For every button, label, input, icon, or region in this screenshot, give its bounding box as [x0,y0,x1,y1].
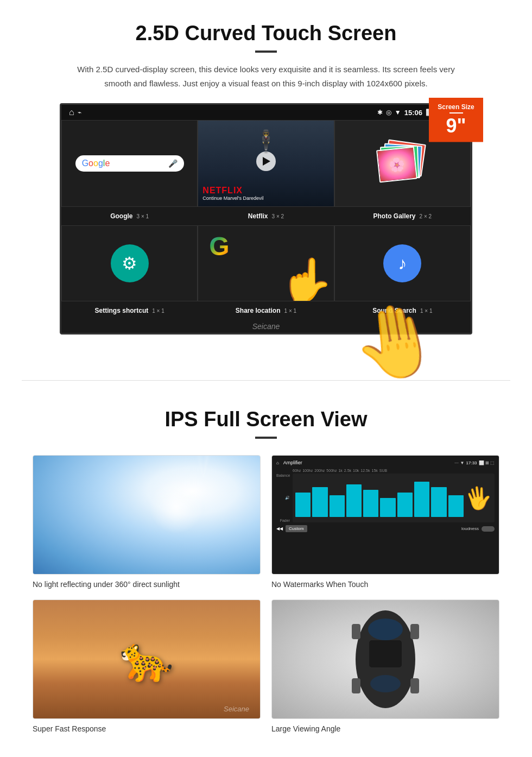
screen-mock: ⌂ ⌁ ✱ ◎ ▼ 15:06 ⬜ 🔊 ⊠ ⬚ [60,103,472,335]
google-label: Google 3 × 1 [61,210,198,222]
signal-icon: ▼ [395,109,401,116]
gear-icon: ⚙ [122,253,137,274]
mic-icon[interactable]: 🎤 [168,159,178,168]
settings-label: Settings shortcut 1 × 1 [61,305,198,317]
svg-rect-2 [369,640,402,667]
toggle-switch[interactable] [482,526,495,532]
sound-search-cell[interactable]: ♪ [334,225,471,301]
app-grid-top: Google 🎤 🕴 [61,120,471,207]
home-icon: ⌂ [69,108,74,117]
ips-item-car: Large Viewing Angle [271,600,499,733]
photo-card-4: 🌸 [376,147,417,183]
netflix-app-cell[interactable]: 🕴 NETFLIX Continue Marvel's Daredevil [198,120,334,207]
ips-title: IPS Full Screen View [33,408,499,431]
netflix-label: NETFLIX Continue Marvel's Daredevil [202,186,263,201]
badge-label: Screen Size [436,103,476,111]
custom-btn[interactable]: Custom [286,525,307,532]
screen-wrapper: Screen Size 9" ⌂ ⌁ ✱ ◎ ▼ 15:06 ⬜ 🔊 ⊠ ⬚ [33,103,499,337]
amp-home-icon: ⌂ [276,460,279,465]
sound-icon-circle: ♪ [383,244,421,282]
cheetah-icon: 🐆 [119,634,174,685]
netflix-brand: NETFLIX [202,186,263,195]
sunlight-image [33,455,261,575]
svg-point-3 [370,675,401,692]
app-label-row-bottom: Settings shortcut 1 × 1 Share location 1… [61,301,471,320]
share-location-label: Share location 1 × 1 [198,305,334,317]
hand-pointing-icon: 👆 [280,255,334,301]
play-button[interactable] [256,152,276,171]
svg-point-1 [368,619,403,640]
app-label-row-top: Google 3 × 1 Netflix 3 × 2 Photo Gallery… [61,207,471,225]
settings-icon-circle: ⚙ [111,244,149,282]
badge-size: 9" [436,115,476,137]
cheetah-image: 🐆 Seicane [33,600,261,719]
ips-item-cheetah: 🐆 Seicane Super Fast Response [33,600,261,733]
car-top-svg [342,605,429,714]
amp-dots: ⋯ [454,460,459,465]
status-bar: ⌂ ⌁ ✱ ◎ ▼ 15:06 ⬜ 🔊 ⊠ ⬚ [61,105,471,120]
cheetah-watermark: Seicane [224,705,249,713]
amp-arrow-left: ◀◀ [276,526,283,531]
location-icon: ◎ [386,109,391,116]
g-maps-letter: G [209,231,229,261]
google-search-bar[interactable]: Google 🎤 [75,155,184,172]
ips-grid: No light reflecting under 360° direct su… [33,455,499,733]
amplifier-caption: No Watermarks When Touch [271,580,499,589]
app-grid-bottom: ⚙ G 👆 ♪ [61,225,471,301]
curved-description: With 2.5D curved-display screen, this de… [76,62,456,90]
netflix-subtitle: Continue Marvel's Daredevil [202,195,263,201]
title-underline [255,51,277,53]
play-triangle-icon [263,157,270,166]
amplifier-image: ⌂ Amplifier ⋯ ▼ 17:33 ⬜ ⊠ ⬚ 60hz100hz200… [271,455,499,575]
share-location-cell[interactable]: G 👆 [198,225,334,301]
sunlight-caption: No light reflecting under 360° direct su… [33,580,261,589]
section-ips: IPS Full Screen View No light reflecting… [0,408,532,755]
flower-icon: 🌸 [378,148,416,182]
google-app-cell[interactable]: Google 🎤 [61,120,198,207]
amplifier-visual: ⌂ Amplifier ⋯ ▼ 17:33 ⬜ ⊠ ⬚ 60hz100hz200… [272,456,499,574]
car-visual [272,600,499,718]
svg-rect-6 [352,678,360,693]
amp-time: 17:33 [466,460,477,465]
sunlight-visual [33,456,260,574]
section-divider [22,380,510,381]
cheetah-visual: 🐆 Seicane [33,600,260,718]
car-caption: Large Viewing Angle [271,724,499,733]
svg-rect-5 [410,624,419,639]
status-time: 15:06 [404,109,422,117]
ips-title-underline [255,437,277,439]
svg-rect-4 [352,624,360,639]
google-logo: Google [82,159,110,168]
curved-title: 2.5D Curved Touch Screen [33,22,499,45]
amp-loudness: loudness [461,526,479,531]
photo-gallery-label: Photo Gallery 2 × 2 [334,210,471,222]
screen-watermark: Seicane [61,320,471,333]
settings-app-cell[interactable]: ⚙ [61,225,198,301]
music-note-icon: ♪ [398,254,407,274]
sound-search-label: Sound Search 1 × 1 [334,305,471,317]
amp-icons: ⬜ ⊠ ⬚ [479,460,495,465]
netflix-label-row: Netflix 3 × 2 [198,210,334,222]
amp-title: Amplifier [283,460,302,465]
ips-item-amplifier: ⌂ Amplifier ⋯ ▼ 17:33 ⬜ ⊠ ⬚ 60hz100hz200… [271,455,499,589]
ips-item-sunlight: No light reflecting under 360° direct su… [33,455,261,589]
bluetooth-icon: ✱ [377,109,383,116]
usb-icon: ⌁ [78,109,81,116]
screen-size-badge: Screen Size 9" [429,98,483,142]
netflix-thumbnail: 🕴 NETFLIX Continue Marvel's Daredevil [198,121,333,206]
car-image [271,600,499,719]
svg-rect-7 [410,678,419,693]
photo-stack: 🌸 [381,142,424,185]
section-curved: 2.5D Curved Touch Screen With 2.5D curve… [0,0,532,353]
amp-wifi-icon: ▼ [460,460,465,465]
amp-bottom-bar: ◀◀ Custom loudness [276,525,495,532]
cheetah-caption: Super Fast Response [33,724,261,733]
amp-header: ⌂ Amplifier ⋯ ▼ 17:33 ⬜ ⊠ ⬚ [276,460,495,465]
